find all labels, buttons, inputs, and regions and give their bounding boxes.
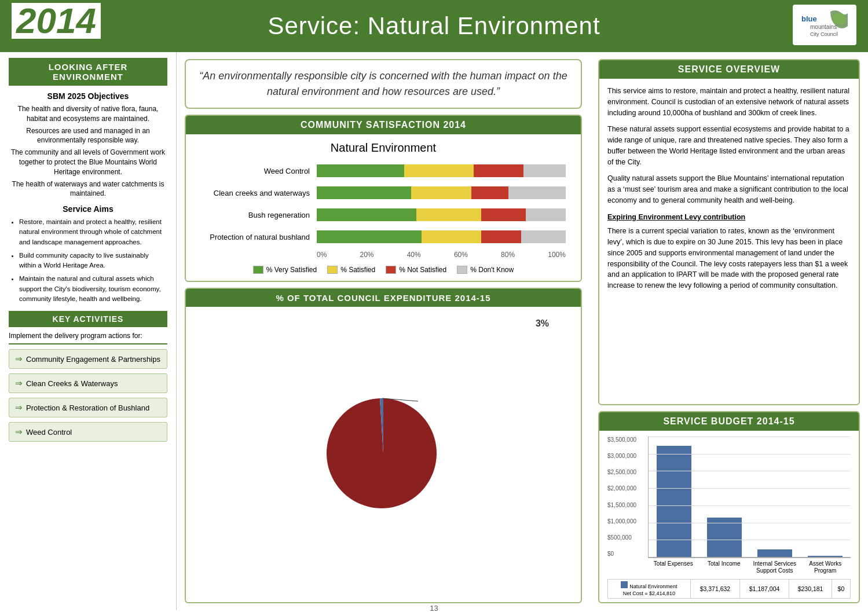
bar-row-protection: Protection of natural bushland	[201, 229, 566, 245]
quote-box: “An environmentally responsible city is …	[185, 59, 582, 109]
y-label-8: $0	[607, 551, 636, 557]
budget-content: $3,500,000 $3,000,000 $2,500,000 $2,000,…	[599, 431, 859, 602]
bar-track-protection	[317, 230, 566, 243]
seg-very-sat-bush	[317, 208, 416, 221]
seg-very-sat-weed	[317, 164, 404, 177]
year-label: 2014	[12, 3, 101, 39]
activity-bushland[interactable]: ⇒ Protection & Restoration of Bushland	[9, 398, 167, 417]
left-sidebar: Looking After Environment SBM 2025 Objec…	[0, 52, 177, 610]
activity-creeks[interactable]: ⇒ Clean Creeks & Waterways	[9, 373, 167, 393]
bar-chart: Weed Control Clean creeks and waterways	[195, 163, 572, 274]
service-aims-list: Restore, maintain and protect a healthy,…	[9, 217, 167, 304]
legend-very-satisfied: % Very Satisfied	[253, 266, 317, 274]
aim-2: Build community capacity to live sustain…	[19, 251, 167, 271]
seg-very-sat-creeks	[317, 186, 411, 199]
activity-label-2: Clean Creeks & Waterways	[26, 379, 118, 388]
page-title: Service: Natural Environment	[268, 12, 600, 40]
legend-not-satisfied: % Not Satisfied	[386, 266, 446, 274]
legend-label-very-sat: % Very Satisfied	[266, 266, 317, 274]
axis-row: 0% 20% 40% 60% 80% 100%	[201, 251, 566, 259]
objective-2: Resources are used and managed in an env…	[9, 126, 167, 146]
axis-80: 80%	[501, 251, 515, 259]
activity-label-3: Protection & Restoration of Bushland	[26, 404, 149, 412]
legend-satisfied: % Satisfied	[327, 266, 375, 274]
legend-color-very-sat	[253, 266, 263, 274]
axis-0: 0%	[317, 251, 327, 259]
axis-60: 60%	[454, 251, 468, 259]
svg-text:City Council: City Council	[810, 31, 838, 37]
bar-asset	[808, 556, 843, 557]
council-logo: blue mountains City Council	[793, 5, 856, 45]
pie-chart-svg	[308, 393, 459, 514]
svg-text:mountains: mountains	[810, 24, 837, 30]
x-label-asset: Asset Works Program	[800, 560, 851, 574]
budget-header: Service Budget 2014-15	[599, 412, 859, 431]
satisfaction-content: Natural Environment Weed Control Cl	[186, 134, 581, 281]
service-aims-title: Service Aims	[9, 204, 167, 214]
y-label-5: $1,500,000	[607, 502, 636, 508]
pie-label: 3%	[536, 318, 549, 329]
legend-color-notsat	[386, 266, 396, 274]
x-label-income: Total Income	[699, 560, 750, 574]
objective-1: The health and diversity of native flora…	[9, 104, 167, 124]
legend-dont-know: % Don't Know	[457, 266, 514, 274]
bar-income	[707, 518, 742, 557]
seg-notsat-bush	[481, 208, 526, 221]
bar-track-creeks	[317, 186, 566, 199]
svg-text:blue: blue	[801, 14, 817, 23]
budget-val-income: $1,187,004	[739, 580, 789, 599]
arrow-icon-3: ⇒	[15, 402, 23, 413]
budget-val-expenses: $3,371,632	[690, 580, 739, 599]
budget-box: Service Budget 2014-15 $3,500,000 $3,000…	[598, 411, 860, 603]
main-content: Looking After Environment SBM 2025 Objec…	[0, 52, 868, 610]
aim-3: Maintain the natural and cultural assets…	[19, 274, 167, 304]
axis-40: 40%	[407, 251, 421, 259]
bar-col-internal	[750, 549, 800, 557]
chart-title: Natural Environment	[195, 141, 572, 155]
budget-val-asset: $0	[832, 580, 850, 599]
budget-legend-cell: Natural EnvironmentNet Cost = $2,414,810	[608, 580, 691, 599]
activity-community[interactable]: ⇒ Community Engagement & Partnerships	[9, 349, 167, 369]
bar-label-bush: Bush regeneration	[201, 211, 317, 219]
key-activities-header: Key Activities	[9, 311, 167, 327]
legend-row: % Very Satisfied % Satisfied % Not Satis…	[201, 266, 566, 274]
bar-track-weed	[317, 164, 566, 177]
bar-row-creeks: Clean creeks and waterways	[201, 185, 566, 201]
arrow-icon-1: ⇒	[15, 354, 23, 364]
budget-y-axis: $3,500,000 $3,000,000 $2,500,000 $2,000,…	[607, 437, 636, 558]
activity-label-4: Weed Control	[26, 428, 72, 437]
activity-weed[interactable]: ⇒ Weed Control	[9, 422, 167, 442]
budget-x-labels: Total Expenses Total Income Internal Ser…	[607, 560, 851, 574]
overview-para-3: Quality natural assets support the Blue …	[607, 173, 851, 206]
objectives-title: SBM 2025 Objectives	[9, 91, 167, 101]
seg-sat-creeks	[411, 186, 471, 199]
bar-row-bush: Bush regeneration	[201, 207, 566, 223]
levy-heading: Expiring Environment Levy contribution	[607, 212, 851, 223]
x-label-internal: Internal Services Support Costs	[749, 560, 800, 574]
bar-row-weed: Weed Control	[201, 163, 566, 179]
bar-track-bush	[317, 208, 566, 221]
objective-4: The health of waterways and water catchm…	[9, 179, 167, 199]
service-overview-box: Service Overview This service aims to re…	[598, 59, 860, 405]
sidebar-env-header: Looking After Environment	[9, 58, 167, 86]
budget-chart-wrapper: $3,500,000 $3,000,000 $2,500,000 $2,000,…	[607, 437, 851, 558]
page-header: 2014 Service: Natural Environment blue m…	[0, 0, 868, 52]
overview-para-2: These natural assets support essential e…	[607, 124, 851, 167]
legend-color-dontknow	[457, 266, 467, 274]
bar-label-creeks: Clean creeks and waterways	[201, 189, 317, 197]
seg-notsat-creeks	[471, 186, 509, 199]
legend-label-sat: % Satisfied	[340, 266, 375, 274]
legend-label-notsat: % Not Satisfied	[399, 266, 446, 274]
axis-20: 20%	[360, 251, 374, 259]
legend-color-sat	[327, 266, 338, 274]
legend-label-dontknow: % Don't Know	[470, 266, 514, 274]
satisfaction-box: Community Satisfaction 2014 Natural Envi…	[185, 115, 582, 282]
service-overview-content: This service aims to restore, maintain a…	[599, 79, 859, 304]
aim-1: Restore, maintain and protect a healthy,…	[19, 217, 167, 247]
budget-bars-area	[648, 437, 851, 558]
seg-notsat-weed	[474, 164, 523, 177]
bar-col-expenses	[649, 446, 699, 557]
overview-para-5: There is a current special variation to …	[607, 226, 851, 291]
seg-sat-weed	[404, 164, 474, 177]
seg-sat-prot	[422, 230, 481, 243]
